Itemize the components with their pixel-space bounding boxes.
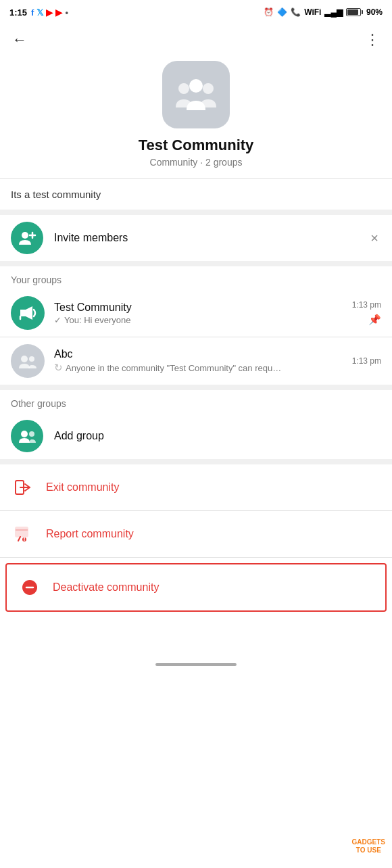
top-nav: ← ⋮ <box>0 24 392 55</box>
alarm-icon: ⏰ <box>264 7 274 17</box>
group-time-col-test: 1:13 pm 📌 <box>352 300 381 326</box>
thick-divider-2 <box>0 261 392 266</box>
deactivate-community-label: Deactivate community <box>53 581 159 594</box>
more-options-button[interactable]: ⋮ <box>362 28 383 51</box>
group-avatar-abc <box>11 344 45 378</box>
report-icon <box>11 522 35 546</box>
notification-dot: • <box>65 7 68 18</box>
spacer <box>0 617 392 658</box>
group-item-abc[interactable]: Abc ↻ Anyone in the community "Test Comm… <box>0 337 392 385</box>
group-time-test: 1:13 pm <box>352 300 381 310</box>
svg-point-1 <box>203 83 214 94</box>
community-meta: Community · 2 groups <box>150 157 243 168</box>
thick-divider-4 <box>0 459 392 464</box>
group-people-icon <box>18 352 38 370</box>
exit-community-row[interactable]: Exit community <box>0 464 392 510</box>
call-icon: 📞 <box>291 7 301 17</box>
your-groups-header: Your groups <box>0 266 392 289</box>
exit-community-icon <box>14 478 32 497</box>
community-description: Its a test community <box>0 179 392 210</box>
svg-point-3 <box>22 232 28 239</box>
report-community-icon <box>14 525 32 544</box>
back-button[interactable]: ← <box>9 28 30 51</box>
youtube-icon1: ▶ <box>46 7 53 18</box>
add-person-icon <box>18 228 36 247</box>
read-check-icon: ✓ <box>54 315 62 325</box>
invite-label: Invite members <box>54 232 368 244</box>
svg-point-0 <box>178 83 189 94</box>
group-info-test: Test Community ✓ You: Hi everyone <box>54 302 347 325</box>
svg-rect-12 <box>16 527 28 537</box>
thick-divider-1 <box>0 210 392 215</box>
group-time-abc: 1:13 pm <box>352 356 381 366</box>
group-name-abc: Abc <box>54 348 347 360</box>
pin-icon-test: 📌 <box>368 314 381 326</box>
svg-point-2 <box>189 79 203 93</box>
invite-row[interactable]: Invite members × <box>0 215 392 261</box>
group-avatar-test <box>11 296 45 330</box>
group-info-abc: Abc ↻ Anyone in the community "Test Comm… <box>54 348 347 374</box>
deactivate-community-highlight-box: Deactivate community <box>5 563 387 612</box>
battery-indicator <box>346 8 363 16</box>
youtube-icon2: ▶ <box>55 7 62 18</box>
wifi-icon: WiFi <box>304 7 321 17</box>
add-group-row[interactable]: Add group <box>0 413 392 459</box>
community-avatar <box>162 61 230 128</box>
report-community-row[interactable]: Report community <box>0 511 392 557</box>
watermark-line2: TO USE <box>356 846 381 854</box>
group-plus-icon <box>18 428 36 444</box>
group-time-col-abc: 1:13 pm <box>352 356 381 366</box>
divider-actions-2 <box>0 557 392 558</box>
home-indicator <box>0 658 392 669</box>
group-name-test: Test Community <box>54 302 347 314</box>
svg-point-7 <box>29 356 34 362</box>
signal-icon: ▂▄▆ <box>324 7 343 17</box>
exit-community-label: Exit community <box>46 481 119 493</box>
status-time: 1:15 <box>9 7 27 18</box>
deactivate-community-icon <box>20 578 39 597</box>
svg-point-6 <box>21 356 28 362</box>
add-group-label: Add group <box>54 430 104 442</box>
community-header: Test Community Community · 2 groups <box>0 55 392 178</box>
svg-point-9 <box>29 431 34 437</box>
group-sub-abc: ↻ Anyone in the community "Test Communit… <box>54 362 347 374</box>
status-right: ⏰ 🔷 📞 WiFi ▂▄▆ 90% <box>264 7 383 17</box>
group-item-test-community[interactable]: Test Community ✓ You: Hi everyone 1:13 p… <box>0 289 392 337</box>
bluetooth-icon: 🔷 <box>277 7 287 17</box>
group-sub-test: ✓ You: Hi everyone <box>54 315 347 325</box>
svg-point-8 <box>21 431 28 437</box>
social-icons: f 𝕏 ▶ ▶ • <box>31 7 68 18</box>
watermark-line1: GADGETS <box>352 838 385 846</box>
status-left: 1:15 f 𝕏 ▶ ▶ • <box>9 7 68 18</box>
invite-close-button[interactable]: × <box>368 228 381 249</box>
home-bar <box>155 663 237 666</box>
exit-icon <box>11 475 35 500</box>
community-name: Test Community <box>139 137 254 154</box>
thick-divider-3 <box>0 385 392 390</box>
add-group-icon <box>11 420 43 452</box>
twitter-icon: 𝕏 <box>36 7 43 18</box>
other-groups-header: Other groups <box>0 390 392 413</box>
invite-icon <box>11 222 43 254</box>
battery-percent: 90% <box>366 7 383 17</box>
report-community-label: Report community <box>46 528 134 540</box>
deactivate-icon <box>18 575 42 600</box>
megaphone-icon <box>18 304 38 322</box>
watermark: GADGETS TO USE <box>352 838 385 854</box>
deactivate-community-row[interactable]: Deactivate community <box>5 563 387 612</box>
status-bar: 1:15 f 𝕏 ▶ ▶ • ⏰ 🔷 📞 WiFi ▂▄▆ 90% <box>0 0 392 24</box>
facebook-icon: f <box>31 7 34 18</box>
svg-point-15 <box>24 540 24 541</box>
community-avatar-icon <box>174 76 218 113</box>
